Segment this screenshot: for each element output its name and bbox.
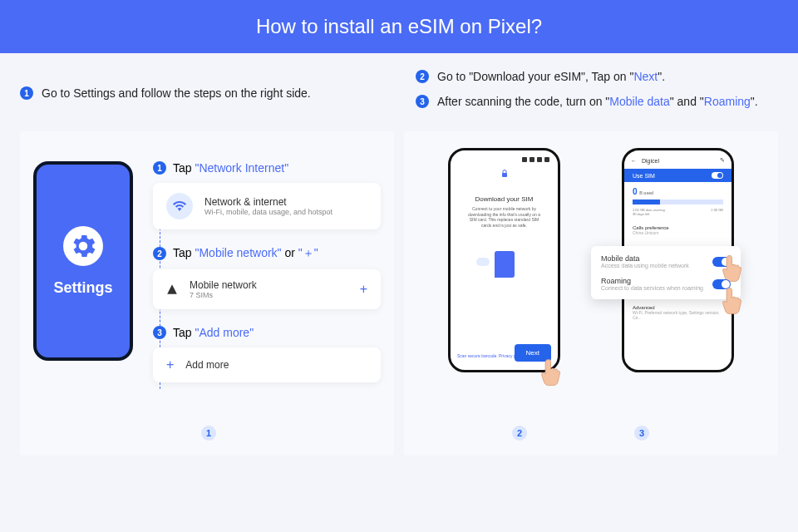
wifi-icon-circle [166, 193, 193, 219]
instruction-text: Go to Settings and follow the steps on t… [42, 86, 311, 100]
settings-label: Settings [53, 279, 112, 297]
instruction-right: 2 Go to "Download your eSIM", Tap on "Ne… [416, 70, 778, 108]
step-header: 3 Tap "Add more" [153, 326, 381, 339]
step-number-badge: 1 [20, 86, 33, 100]
link-next: Next [633, 70, 658, 83]
card-add-more[interactable]: + Add more [153, 347, 381, 382]
calls-preference[interactable]: Calls preference China Unicom [624, 221, 732, 239]
gear-circle [63, 226, 103, 266]
instruction-3: 3 After scanning the code, turn on "Mobi… [416, 95, 778, 108]
panel-number-badge: 3 [634, 426, 649, 441]
step-number-badge: 1 [153, 161, 166, 175]
link-roaming: Roaming [704, 95, 751, 108]
instruction-2: 2 Go to "Download your eSIM", Tap on "Ne… [416, 70, 778, 83]
sim-illustration [495, 251, 515, 278]
instruction-left: 1 Go to Settings and follow the steps on… [20, 70, 382, 108]
card-mobile-network[interactable]: Mobile network 7 SIMs + [153, 269, 381, 309]
phone-settings: Settings [33, 161, 133, 361]
panel-number-badge: 2 [512, 426, 527, 441]
carrier-header: ← Digicel ✎ [624, 157, 732, 169]
step-number-badge: 3 [153, 326, 166, 339]
step-2: 2 Tap "Mobile network" or "＋" Mobile net… [153, 246, 381, 309]
sim-lock-icon [500, 169, 510, 179]
data-usage-section: 0 B used 2.00 GB data warning30 days lef… [624, 182, 732, 221]
hand-cursor-icon [539, 357, 564, 387]
svg-rect-0 [502, 173, 507, 177]
toggle-on-icon[interactable] [712, 172, 723, 179]
back-arrow-icon[interactable]: ← [631, 158, 637, 164]
popup-mobile-data[interactable]: Mobile data Access data using mobile net… [601, 254, 731, 268]
wifi-icon [173, 200, 186, 213]
download-title: Download your SIM [456, 195, 553, 203]
step-number-badge: 3 [416, 95, 429, 108]
plus-icon[interactable]: + [360, 282, 367, 297]
step-number-badge: 2 [153, 247, 166, 260]
step-header: 1 Tap "Network Internet" [153, 161, 381, 175]
instruction-text: After scanning the code, turn on "Mobile… [437, 95, 758, 108]
popup-roaming[interactable]: Roaming Connect to data services when ro… [601, 277, 731, 291]
panel-download-roaming: Download your SIM Connect to your mobile… [404, 131, 778, 456]
download-desc: Connect to your mobile network by downlo… [456, 206, 553, 228]
card-title: Add more [185, 359, 367, 371]
carrier-name: Digicel [642, 158, 659, 164]
link-mobile-data: Mobile data [609, 95, 669, 108]
card-subtitle: 7 SIMs [190, 291, 367, 299]
panel-number-badge: 1 [201, 426, 216, 441]
gear-icon [68, 231, 98, 261]
content-area: 1 Go to Settings and follow the steps on… [0, 53, 798, 472]
privacy-link[interactable]: Scan secure barcode. Privacy path [457, 353, 522, 358]
panel-settings-steps: Settings 1 Tap "Network Internet" Networ… [20, 131, 394, 456]
card-subtitle: Wi-Fi, mobile, data usage, and hotspot [204, 208, 367, 216]
step-3: 3 Tap "Add more" + Add more [153, 326, 381, 382]
data-usage-bar [633, 200, 723, 204]
signal-icon [166, 283, 178, 295]
card-title: Mobile network [190, 279, 367, 291]
hand-cursor-icon [721, 285, 746, 315]
header-title: How to install an eSIM on Pixel? [256, 15, 542, 37]
step-number-badge: 2 [416, 70, 429, 83]
step-header: 2 Tap "Mobile network" or "＋" [153, 246, 381, 261]
instruction-1: 1 Go to Settings and follow the steps on… [20, 86, 382, 100]
instructions-row: 1 Go to Settings and follow the steps on… [20, 70, 778, 108]
use-sim-toggle-row[interactable]: Use SIM [624, 169, 732, 182]
phone-sim-settings: ← Digicel ✎ Use SIM 0 B used 2.00 GB dat… [622, 148, 734, 372]
phone-download-sim: Download your SIM Connect to your mobile… [448, 148, 560, 372]
panels-row: Settings 1 Tap "Network Internet" Networ… [20, 131, 778, 456]
edit-icon[interactable]: ✎ [720, 157, 725, 164]
mobile-data-popup: Mobile data Access data using mobile net… [591, 246, 741, 299]
instruction-text: Go to "Download your eSIM", Tap on "Next… [437, 70, 665, 83]
status-bar [456, 157, 553, 164]
steps-column: 1 Tap "Network Internet" Network & inter… [153, 161, 381, 439]
page-header: How to install an eSIM on Pixel? [0, 0, 798, 53]
plus-icon: + [166, 357, 174, 372]
step-1: 1 Tap "Network Internet" Network & inter… [153, 161, 381, 229]
card-network-internet[interactable]: Network & internet Wi-Fi, mobile, data u… [153, 183, 381, 229]
advanced-settings[interactable]: Advanced Wi-Fi, Preferred network type, … [624, 301, 732, 324]
card-title: Network & internet [204, 196, 367, 208]
